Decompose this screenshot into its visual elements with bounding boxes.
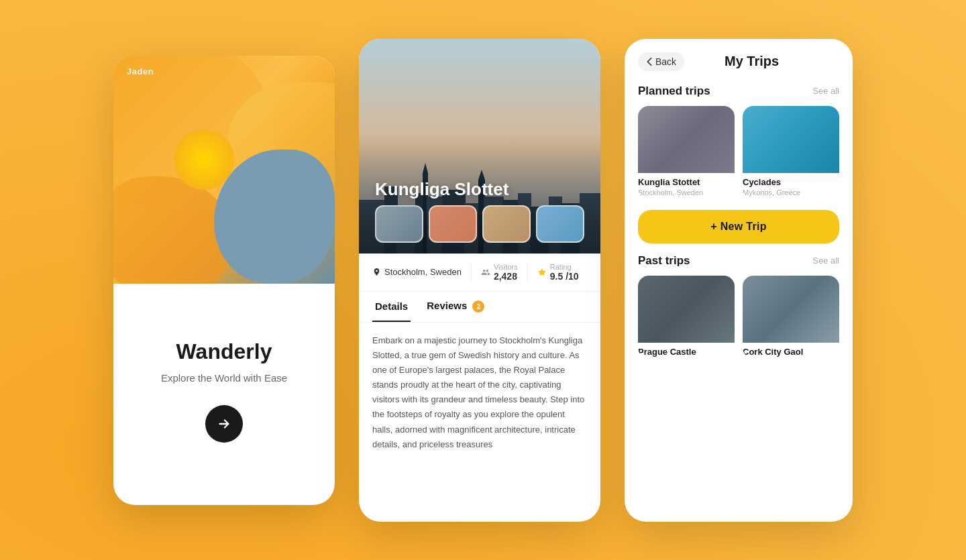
rating-info: Rating 9.5 /10: [550, 263, 579, 282]
tab-reviews[interactable]: Reviews 2: [424, 292, 487, 323]
trip-name-cyclades: Cyclades: [743, 173, 839, 188]
place-hero-image: Kungliga Slottet: [359, 39, 600, 254]
back-button[interactable]: Back: [638, 52, 684, 71]
planned-trip-1[interactable]: Kunglia Stottet Stockholm, Sweden: [638, 106, 735, 199]
wanderly-card: Jaden Wanderly Explore the World with Ea…: [113, 56, 335, 505]
trip-sub-cyclades: Mykonos, Greece: [743, 188, 839, 197]
detail-description-text: Embark on a majestic journey to Stockhol…: [372, 333, 587, 452]
rating-value: 9.5 /10: [550, 271, 579, 282]
wanderly-app-title: Wanderly: [176, 339, 272, 364]
visitors-value: 2,428: [494, 271, 518, 282]
wanderly-arrow-button[interactable]: [205, 405, 243, 443]
trips-header: Back My Trips: [638, 52, 839, 71]
past-trips-grid: Prague Castle Cork City Gaol: [638, 276, 839, 358]
past-see-all-button[interactable]: See all: [812, 256, 839, 266]
sun-decoration: [174, 129, 234, 190]
thumbnail-4[interactable]: [536, 205, 584, 243]
trip-name-prague: Prague Castle: [638, 343, 735, 358]
past-trip-1[interactable]: Prague Castle: [638, 276, 735, 358]
planned-see-all-button[interactable]: See all: [812, 86, 839, 96]
detail-tabs-bar: Details Reviews 2: [359, 292, 600, 323]
divider-1: [471, 263, 472, 282]
trip-name-cork: Cork City Gaol: [743, 343, 839, 358]
thumbnail-2[interactable]: [429, 205, 477, 243]
visitors-label: Visitors: [494, 263, 518, 271]
planned-trips-title: Planned trips: [638, 85, 710, 98]
past-trip-2[interactable]: Cork City Gaol: [743, 276, 839, 358]
trip-image-cork: [743, 276, 839, 343]
arrow-right-icon: [217, 416, 231, 431]
planned-trips-header: Planned trips See all: [638, 85, 839, 98]
past-trips-header: Past trips See all: [638, 254, 839, 268]
new-trip-button[interactable]: + New Trip: [638, 210, 839, 243]
rating-label: Rating: [550, 263, 579, 271]
trip-sub-kunglia: Stockholm, Sweden: [638, 188, 735, 197]
wanderly-hero-art: Jaden: [113, 56, 335, 284]
visitors-icon: [481, 268, 490, 277]
planned-trips-grid: Kunglia Stottet Stockholm, Sweden Cyclad…: [638, 106, 839, 199]
thumbnail-1[interactable]: [375, 205, 423, 243]
place-info-bar: Stockholm, Sweden Visitors 2,428 Rating …: [359, 254, 600, 292]
visitors-info: Visitors 2,428: [494, 263, 518, 282]
trip-image-cyclades: [743, 106, 839, 173]
place-hero-title: Kungliga Slottet: [375, 179, 508, 200]
planned-trip-2[interactable]: Cyclades Mykonos, Greece: [743, 106, 839, 199]
divider-2: [527, 263, 528, 282]
my-trips-card: Back My Trips Planned trips See all Kung…: [625, 39, 853, 522]
location-text: Stockholm, Sweden: [384, 267, 462, 277]
past-trips-title: Past trips: [638, 254, 690, 268]
chevron-left-icon: [646, 57, 653, 66]
trip-image-kunglia: [638, 106, 735, 173]
star-icon: [537, 268, 547, 277]
thumbnail-strip: [375, 205, 584, 243]
trip-image-prague: [638, 276, 735, 343]
visitors-chip: Visitors 2,428: [481, 263, 518, 282]
wanderly-logo-text: Jaden: [127, 66, 154, 76]
tab-details[interactable]: Details: [372, 292, 411, 323]
location-icon: [372, 268, 381, 276]
rating-chip: Rating 9.5 /10: [537, 263, 579, 282]
wanderly-subtitle: Explore the World with Ease: [161, 372, 287, 384]
wanderly-bottom-section: Wanderly Explore the World with Ease: [113, 284, 335, 505]
trip-name-kunglia: Kunglia Stottet: [638, 173, 735, 188]
my-trips-title: My Trips: [691, 54, 812, 69]
back-label: Back: [655, 56, 676, 67]
thumbnail-3[interactable]: [482, 205, 531, 243]
detail-description-body: Embark on a majestic journey to Stockhol…: [359, 323, 600, 522]
reviews-badge: 2: [472, 300, 484, 313]
location-chip: Stockholm, Sweden: [372, 263, 462, 282]
place-detail-card: Kungliga Slottet Stockholm, Sweden Visit…: [359, 39, 600, 522]
